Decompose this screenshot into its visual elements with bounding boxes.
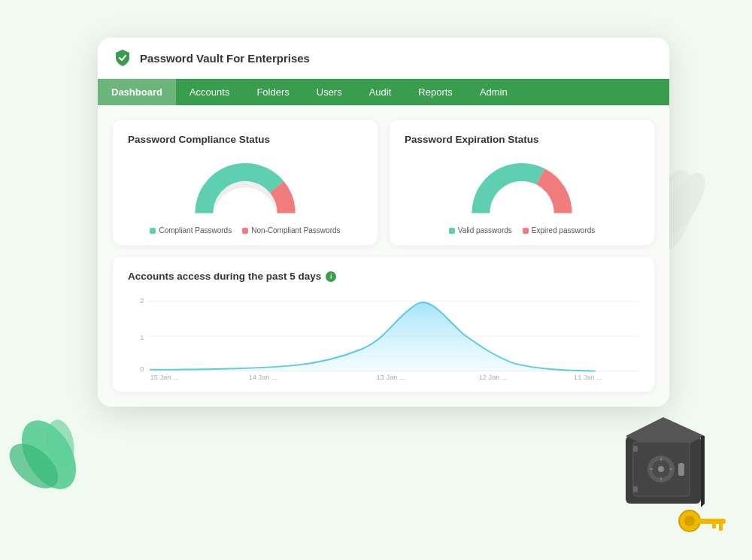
compliant-dot (150, 228, 156, 234)
expiration-chart-card: Password Expiration Status (390, 120, 654, 245)
expiration-legend: Valid passwords Expired passwords (449, 226, 596, 235)
noncompliant-dot (242, 228, 248, 234)
compliance-donut-svg (185, 153, 305, 220)
key-shaft (697, 519, 726, 524)
app-title: Password Vault For Enterprises (140, 52, 310, 65)
compliance-legend-compliant: Compliant Passwords (150, 226, 232, 235)
nav-audit[interactable]: Audit (356, 79, 405, 105)
expired-dot (523, 228, 529, 234)
compliance-legend: Compliant Passwords Non-Compliant Passwo… (150, 226, 340, 235)
safe-hinge-bottom (633, 486, 638, 492)
app-content: Password Compliance Status (98, 105, 669, 407)
x-label-15jan: 15 Jan ... (150, 374, 179, 381)
nav-users[interactable]: Users (303, 79, 356, 105)
nav-dashboard[interactable]: Dashboard (98, 79, 176, 105)
y-label-0: 0 (140, 365, 144, 373)
area-chart-svg: 2 1 0 (128, 291, 639, 381)
compliance-legend-noncompliant: Non-Compliant Passwords (242, 226, 340, 235)
area-chart-container: 2 1 0 (128, 291, 639, 381)
access-chart-title: Accounts access during the past 5 days (128, 271, 321, 282)
expiration-legend-expired: Expired passwords (523, 226, 595, 235)
key-tooth1 (712, 524, 716, 528)
safe-decoration (581, 395, 731, 545)
expiration-legend-valid: Valid passwords (449, 226, 512, 235)
nav-reports[interactable]: Reports (405, 79, 466, 105)
nav-folders[interactable]: Folders (243, 79, 302, 105)
nav-admin[interactable]: Admin (466, 79, 521, 105)
shield-logo-icon (113, 48, 132, 68)
x-label-12jan: 12 Jan ... (479, 374, 508, 381)
expiration-donut: Valid passwords Expired passwords (405, 153, 639, 235)
app-header: Password Vault For Enterprises (98, 38, 669, 79)
app-nav: Dashboard Accounts Folders Users Audit R… (98, 79, 669, 105)
access-chart-card: Accounts access during the past 5 days i… (113, 257, 654, 392)
valid-dot (449, 228, 455, 234)
expiration-chart-title: Password Expiration Status (405, 134, 639, 145)
y-label-2: 2 (140, 297, 144, 304)
nav-accounts[interactable]: Accounts (176, 79, 243, 105)
y-label-1: 1 (140, 334, 144, 341)
safe-dial-center (658, 466, 664, 472)
app-card: Password Vault For Enterprises Dashboard… (98, 38, 669, 407)
compliance-chart-card: Password Compliance Status (113, 120, 378, 245)
charts-row: Password Compliance Status (113, 120, 654, 245)
safe-handle (678, 463, 684, 476)
leaf-decoration-left (8, 402, 90, 492)
x-label-13jan: 13 Jan ... (377, 374, 405, 381)
expiration-donut-svg (462, 153, 582, 220)
key-tooth2 (719, 524, 723, 531)
x-label-14jan: 14 Jan ... (249, 374, 277, 381)
access-chart-header: Accounts access during the past 5 days i (128, 271, 639, 282)
compliance-donut: Compliant Passwords Non-Compliant Passwo… (128, 153, 362, 235)
info-icon[interactable]: i (326, 271, 336, 282)
area-fill (150, 302, 596, 371)
safe-right-face (701, 436, 705, 507)
compliance-chart-title: Password Compliance Status (128, 134, 362, 145)
x-label-11jan: 11 Jan ... (574, 374, 602, 381)
safe-hinge-top (633, 446, 638, 452)
key-hole (684, 516, 695, 526)
